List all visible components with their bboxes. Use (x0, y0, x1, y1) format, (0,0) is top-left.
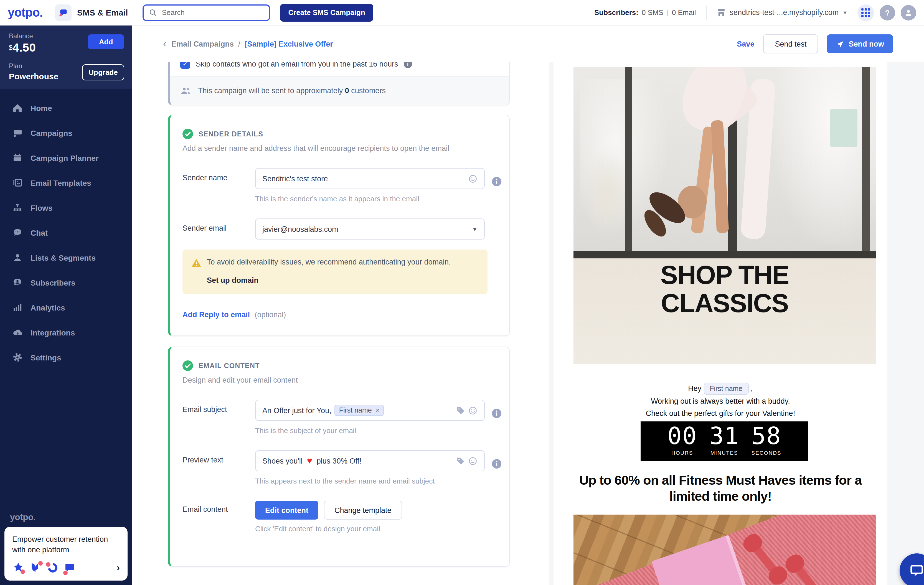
email-count: 0 Email (672, 8, 696, 16)
estimate-count: 0 (345, 86, 349, 95)
sidebar-item-analytics[interactable]: Analytics (0, 295, 132, 320)
email-preview-panel: SHOP THE CLASSICS HeyFirst name, Working… (553, 62, 888, 585)
workspace: ‹ Email Campaigns / [Sample] Exclusive O… (132, 25, 924, 585)
first-name-merge-tag: First name (703, 382, 749, 395)
search-input[interactable] (160, 8, 257, 17)
info-icon[interactable] (492, 450, 502, 472)
emoji-picker-icon[interactable] (468, 456, 477, 465)
sidebar-item-email-templates[interactable]: Email Templates (0, 170, 132, 195)
balance-value: $4.50 (9, 41, 36, 54)
template-icon (12, 178, 23, 188)
loyalty-icon (30, 562, 41, 574)
grid-icon (861, 8, 870, 17)
subscriber-icon (12, 277, 23, 288)
sidebar-item-chat[interactable]: Chat (0, 220, 132, 245)
change-template-button[interactable]: Change template (324, 501, 402, 519)
chat-widget-icon (909, 562, 924, 579)
sender-email-label: Sender email (183, 219, 255, 239)
heart-emoji: ♥ (307, 456, 312, 466)
promo-chevron-right[interactable]: › (117, 562, 120, 573)
sidebar-item-label: Analytics (30, 303, 65, 312)
section-complete-icon (183, 361, 193, 371)
back-chevron-icon[interactable]: ‹ (163, 38, 167, 49)
sidebar-item-integrations[interactable]: Integrations (0, 320, 132, 345)
countdown-timer: 00 HOURS 31 MINUTES 58 SECONDS (640, 422, 808, 461)
send-test-button[interactable]: Send test (763, 35, 818, 53)
integrations-icon (12, 327, 23, 338)
warning-text: To avoid deliverability issues, we recom… (207, 258, 450, 266)
hero-title-line1: SHOP THE (574, 262, 876, 290)
promo-icons: › (12, 562, 120, 574)
chevron-down-icon: ▼ (843, 10, 848, 15)
search-box[interactable] (142, 4, 270, 21)
sidebar-item-campaigns[interactable]: Campaigns (0, 120, 132, 145)
sidebar-promo: yotpo. Empower customer retention with o… (0, 512, 132, 585)
chip-remove-icon[interactable]: × (376, 407, 380, 414)
account-panel: Balance $4.50 Add Plan Powerhouse Upgrad… (0, 25, 132, 89)
info-icon[interactable]: i (404, 62, 412, 68)
email-content-card: EMAIL CONTENT Design and edit your email… (168, 346, 510, 567)
skip-contacts-row: ✓ Skip contacts who got an email from yo… (170, 62, 509, 76)
sidebar-item-settings[interactable]: Settings (0, 345, 132, 370)
sender-name-input[interactable]: Sendtric's test store (255, 168, 485, 189)
save-button[interactable]: Save (737, 40, 754, 48)
sidebar-item-flows[interactable]: Flows (0, 195, 132, 220)
estimate-suffix: customers (351, 86, 386, 95)
countdown-seconds-label: SECONDS (751, 450, 782, 456)
yotpo-logo: yotpo. (8, 5, 43, 20)
help-button[interactable]: ? (879, 5, 895, 20)
preview-text-helper: This appears next to the sender name and… (255, 477, 492, 485)
countdown-seconds: 58 (751, 424, 782, 448)
promo-card[interactable]: Empower customer retention with one plat… (5, 527, 127, 580)
email-subject-input[interactable]: An Offer just for You, First name × (255, 400, 485, 421)
subscribers-summary: Subscribers: 0 SMS | 0 Email (594, 8, 696, 16)
sidebar-item-label: Chat (30, 228, 48, 237)
tag-icon[interactable] (456, 406, 465, 415)
send-now-button[interactable]: Send now (827, 35, 893, 53)
sidebar-item-campaign-planner[interactable]: Campaign Planner (0, 145, 132, 170)
gear-icon (12, 352, 23, 363)
add-reply-link[interactable]: Add Reply to email (183, 310, 250, 319)
hero-title-line2: CLASSICS (574, 289, 876, 317)
top-bar-right: Subscribers: 0 SMS | 0 Email sendtrics-t… (594, 4, 916, 21)
account-button[interactable] (901, 5, 916, 20)
sender-details-card: SENDER DETAILS Add a sender name and add… (168, 115, 510, 336)
add-balance-button[interactable]: Add (87, 35, 124, 49)
sender-email-select[interactable]: javier@noosalabs.com ▼ (255, 219, 485, 239)
sidebar-item-subscribers[interactable]: Subscribers (0, 270, 132, 295)
create-sms-campaign-button[interactable]: Create SMS Campaign (280, 3, 373, 21)
skip-contacts-checkbox[interactable]: ✓ (180, 62, 190, 69)
emoji-picker-icon[interactable] (468, 405, 477, 415)
subscriptions-icon (46, 562, 59, 574)
email-subject-value: An Offer just for You, (262, 406, 332, 415)
hero-title: SHOP THE CLASSICS (574, 262, 876, 317)
sender-name-row: Sender name Sendtric's test store (183, 168, 492, 190)
set-up-domain-link[interactable]: Set up domain (207, 276, 477, 285)
reply-row: Add Reply to email (optional) (183, 310, 492, 319)
email-subject-helper: This is the subject of your email (255, 427, 492, 435)
store-switcher[interactable]: sendtrics-test-...e.myshopify.com ▼ (716, 8, 848, 17)
tag-icon[interactable] (456, 456, 465, 465)
first-name-chip: First name × (335, 405, 384, 416)
preview-text-input[interactable]: Shoes you'll ♥ plus 30% Off! (255, 450, 485, 471)
info-icon[interactable] (492, 400, 502, 422)
sender-section-title: SENDER DETAILS (198, 130, 263, 138)
sms-count: 0 SMS (642, 8, 663, 16)
breadcrumb-parent-link[interactable]: Email Campaigns (172, 40, 234, 48)
domain-warning: To avoid deliverability issues, we recom… (183, 249, 487, 294)
app-launcher-button[interactable] (858, 4, 874, 21)
upgrade-button[interactable]: Upgrade (82, 64, 124, 81)
balance-amount: 4.50 (13, 41, 36, 54)
sidebar-item-lists-segments[interactable]: Lists & Segments (0, 245, 132, 270)
countdown-minutes-label: MINUTES (710, 450, 739, 456)
sidebar-item-home[interactable]: Home (0, 96, 132, 120)
emoji-picker-icon[interactable] (468, 174, 477, 183)
edit-content-button[interactable]: Edit content (255, 501, 318, 519)
send-now-label: Send now (849, 40, 884, 48)
breadcrumb-current: [Sample] Exclusive Offer (245, 40, 333, 48)
info-icon[interactable] (492, 168, 502, 190)
sidebar-item-label: Campaign Planner (30, 153, 99, 162)
greeting-line: HeyFirst name, (553, 382, 888, 395)
sender-email-row: Sender email javier@noosalabs.com ▼ (183, 219, 492, 239)
yotpo-logo-gray: yotpo. (5, 512, 127, 527)
